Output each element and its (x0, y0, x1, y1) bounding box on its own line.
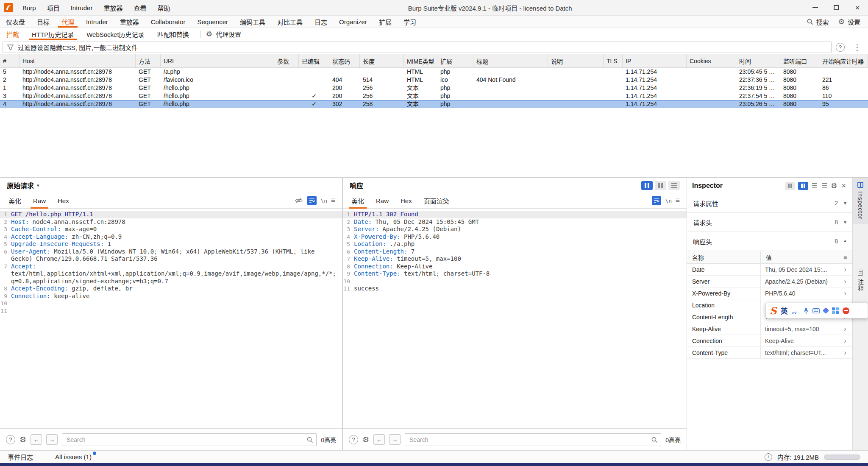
editor-tab[interactable]: 美化 (345, 193, 370, 208)
help-icon[interactable]: ? (349, 435, 358, 444)
ime-skin-icon[interactable] (823, 307, 829, 314)
next-match-button[interactable]: → (46, 434, 58, 445)
ime-punctuation-icon[interactable]: ，。 (792, 307, 800, 315)
column-header[interactable]: TLS (604, 54, 623, 67)
rail-tab-notes[interactable]: 注释 (853, 265, 868, 296)
close-icon[interactable]: × (840, 181, 847, 190)
request-editor[interactable]: 1GET /hello.php HTTP/1.1 2Host: node4.an… (0, 209, 342, 428)
column-header[interactable]: IP (623, 54, 687, 67)
inspector-section[interactable]: 请求头 8▾ (687, 213, 852, 232)
response-search-input[interactable] (405, 433, 661, 446)
table-row[interactable]: 1 http://node4.anna.nssctf.cn:28978 GET … (0, 84, 868, 92)
inspector-section[interactable]: 请求属性 2▾ (687, 194, 852, 213)
main-tab[interactable]: 对比工具 (271, 16, 309, 28)
column-header[interactable]: Host (19, 54, 136, 67)
menu-item[interactable]: 查看 (128, 0, 152, 15)
editor-tab[interactable]: 页面渲染 (418, 193, 455, 208)
request-search-input[interactable] (62, 433, 317, 446)
inspector-section[interactable]: 响应头 8▾ (687, 232, 852, 251)
header-row[interactable]: Content-Type text/html; charset=UT... › (687, 347, 852, 359)
soft-wrap-icon[interactable] (652, 196, 661, 205)
editor-menu-icon[interactable]: ≡ (676, 196, 680, 205)
header-row[interactable]: Date Thu, 05 Dec 2024 15:... › (687, 264, 852, 276)
keyboard-icon[interactable] (812, 308, 820, 313)
column-header[interactable]: 参数 (274, 54, 299, 67)
column-header[interactable]: 时间 (736, 54, 780, 67)
microphone-icon[interactable] (804, 307, 809, 314)
main-tab[interactable]: 编码工具 (234, 16, 271, 28)
collapse-all-icon[interactable] (811, 183, 818, 189)
soft-wrap-icon[interactable] (307, 196, 317, 205)
header-row[interactable]: X-Powered-By PHP/5.6.40 › (687, 287, 852, 299)
global-settings-button[interactable]: ⚙ 设置 (838, 17, 860, 26)
menu-item[interactable]: Intruder (65, 0, 98, 15)
event-log-button[interactable]: 事件日志 (8, 452, 33, 461)
main-tab[interactable]: 扩展 (373, 16, 398, 28)
main-tab[interactable]: Sequencer (191, 16, 234, 28)
table-row[interactable]: 3 http://node4.anna.nssctf.cn:28978 GET … (0, 92, 868, 100)
proxy-sub-tab[interactable]: 拦截 (0, 28, 25, 40)
column-header[interactable]: 开始响应计时器 (819, 54, 868, 67)
chevron-down-icon[interactable]: ▾ (37, 183, 39, 188)
menu-item[interactable]: 帮助 (152, 0, 175, 15)
column-header[interactable]: 长度 (360, 54, 404, 67)
header-row[interactable]: Keep-Alive timeout=5, max=100 › (687, 323, 852, 335)
menu-item[interactable]: 重放器 (98, 0, 128, 15)
table-row[interactable]: 4 http://node4.anna.nssctf.cn:28978 GET … (0, 100, 868, 108)
minimize-button[interactable] (804, 0, 826, 15)
show-line-endings-icon[interactable]: \n (665, 198, 672, 204)
gear-icon[interactable]: ⚙ (19, 436, 26, 444)
main-tab[interactable]: 仪表盘 (0, 16, 31, 28)
gear-icon[interactable]: ⚙ (362, 436, 369, 444)
main-tab[interactable]: 目标 (31, 16, 56, 28)
hide-nonprintable-icon[interactable] (294, 196, 303, 205)
expand-all-icon[interactable] (821, 183, 828, 189)
editor-menu-icon[interactable]: ≡ (331, 196, 335, 205)
more-options-icon[interactable]: ⋮ (849, 42, 865, 52)
proxy-settings-button[interactable]: ⚙ 代理设置 (206, 30, 241, 39)
response-editor[interactable]: 1HTTP/1.1 302 Found 2Date: Thu, 05 Dec 2… (343, 209, 687, 428)
proxy-sub-tab[interactable]: HTTP历史记录 (25, 28, 80, 40)
table-row[interactable]: 5 http://node4.anna.nssctf.cn:28978 GET … (0, 68, 868, 76)
menu-item[interactable]: 项目 (42, 0, 65, 15)
layout-rows-icon[interactable] (668, 181, 680, 190)
editor-tab[interactable]: Raw (370, 193, 395, 208)
help-icon[interactable]: ? (6, 435, 15, 444)
column-header[interactable]: # (0, 54, 19, 67)
column-header[interactable]: Cookies (687, 54, 736, 67)
editor-tab[interactable]: 美化 (3, 193, 27, 208)
maximize-button[interactable] (826, 0, 847, 15)
column-header[interactable]: 标题 (473, 54, 548, 67)
column-header[interactable]: 状态码 (329, 54, 360, 67)
inspector-layout-icon[interactable] (785, 182, 795, 190)
ime-apps-icon[interactable] (832, 307, 839, 314)
inspector-layout-active-icon[interactable] (798, 182, 808, 190)
main-tab[interactable]: Intruder (80, 16, 114, 28)
column-header[interactable]: URL (161, 54, 274, 67)
main-tab[interactable]: Collaborator (145, 16, 192, 28)
layout-columns-icon[interactable] (641, 181, 653, 190)
filter-bar[interactable]: 过滤器设置隐藏CSS, 图片,一般二进制文件 (3, 42, 832, 53)
next-match-button[interactable]: → (389, 434, 401, 445)
show-line-endings-icon[interactable]: \n (320, 198, 327, 204)
close-button[interactable]: × (847, 0, 868, 15)
column-header[interactable]: 说明 (548, 54, 604, 67)
ime-language-mode[interactable]: 英 (781, 305, 788, 316)
main-tab[interactable]: 代理 (56, 16, 80, 28)
editor-tab[interactable]: Raw (27, 193, 52, 208)
header-row[interactable]: Connection Keep-Alive › (687, 335, 852, 347)
global-search-button[interactable]: 搜索 (807, 17, 829, 26)
column-header[interactable]: 已编辑 (299, 54, 329, 67)
column-header[interactable]: 监听端口 (780, 54, 819, 67)
menu-item[interactable]: Burp (17, 0, 42, 15)
main-tab[interactable]: 重放器 (114, 16, 145, 28)
all-issues-button[interactable]: All issues (1) (55, 453, 92, 460)
table-options-icon[interactable]: ≡ (838, 254, 852, 261)
column-header[interactable]: 扩展 (437, 54, 473, 67)
table-row[interactable]: 2 http://node4.anna.nssctf.cn:28978 GET … (0, 76, 868, 84)
proxy-sub-tab[interactable]: WebSocket历史记录 (80, 28, 150, 40)
ime-toolbar[interactable]: S 英 ，。 (765, 303, 868, 318)
main-tab[interactable]: 日志 (309, 16, 333, 28)
info-icon[interactable]: i (765, 453, 772, 461)
header-row[interactable]: Server Apache/2.4.25 (Debian) › (687, 276, 852, 287)
